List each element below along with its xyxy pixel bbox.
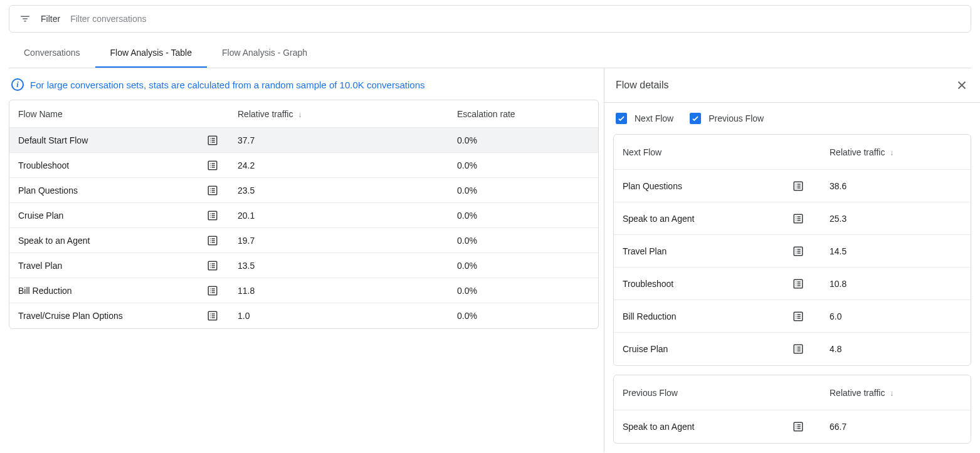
next-flow-table-header: Next Flow Relative traffic ↓ bbox=[614, 135, 971, 170]
previous-flow-table: Previous Flow Relative traffic ↓ Speak t… bbox=[613, 375, 971, 444]
escalation-cell: 0.0% bbox=[457, 211, 589, 221]
table-row[interactable]: Travel Plan13.50.0% bbox=[9, 253, 598, 278]
close-button[interactable] bbox=[955, 78, 969, 92]
list-icon[interactable] bbox=[792, 278, 804, 290]
table-row[interactable]: Troubleshoot24.20.0% bbox=[9, 153, 598, 178]
escalation-cell: 0.0% bbox=[457, 261, 589, 271]
list-icon[interactable] bbox=[206, 209, 219, 222]
flow-name-cell: Travel Plan bbox=[623, 246, 792, 256]
filter-label: Filter bbox=[41, 14, 60, 24]
flow-name-cell: Travel/Cruise Plan Options bbox=[18, 311, 206, 321]
next-flow-col-name[interactable]: Next Flow bbox=[623, 147, 792, 157]
escalation-cell: 0.0% bbox=[457, 286, 589, 296]
traffic-cell: 10.8 bbox=[830, 279, 962, 289]
next-flow-table: Next Flow Relative traffic ↓ Plan Questi… bbox=[613, 134, 971, 366]
traffic-cell: 6.0 bbox=[830, 311, 962, 321]
list-icon[interactable] bbox=[792, 343, 804, 355]
escalation-cell: 0.0% bbox=[457, 160, 589, 170]
list-icon[interactable] bbox=[792, 310, 804, 323]
flow-name-cell: Bill Reduction bbox=[18, 286, 206, 296]
table-row[interactable]: Default Start Flow37.70.0% bbox=[9, 128, 598, 153]
col-escalation-rate[interactable]: Escalation rate bbox=[457, 109, 589, 119]
info-icon: i bbox=[11, 78, 24, 91]
table-row[interactable]: Bill Reduction11.80.0% bbox=[9, 278, 598, 303]
list-icon[interactable] bbox=[206, 259, 219, 272]
tabs: Conversations Flow Analysis - Table Flow… bbox=[9, 33, 971, 68]
list-icon[interactable] bbox=[792, 245, 804, 258]
table-row[interactable]: Travel Plan14.5 bbox=[614, 235, 971, 268]
filter-input[interactable] bbox=[70, 14, 961, 24]
sort-desc-icon: ↓ bbox=[890, 148, 893, 157]
list-icon[interactable] bbox=[206, 310, 219, 322]
traffic-cell: 1.0 bbox=[238, 311, 457, 321]
previous-flow-table-header: Previous Flow Relative traffic ↓ bbox=[614, 375, 971, 410]
traffic-cell: 4.8 bbox=[830, 344, 962, 354]
sort-desc-icon: ↓ bbox=[298, 110, 302, 119]
previous-flow-checkbox[interactable] bbox=[690, 113, 701, 124]
previous-flow-col-name[interactable]: Previous Flow bbox=[623, 388, 792, 398]
list-icon[interactable] bbox=[792, 212, 804, 225]
list-icon[interactable] bbox=[792, 180, 804, 192]
next-flow-col-traffic[interactable]: Relative traffic ↓ bbox=[830, 147, 962, 157]
table-row[interactable]: Troubleshoot10.8 bbox=[614, 268, 971, 300]
tab-flow-analysis-graph[interactable]: Flow Analysis - Graph bbox=[207, 39, 322, 68]
table-row[interactable]: Cruise Plan4.8 bbox=[614, 333, 971, 365]
traffic-cell: 11.8 bbox=[238, 286, 457, 296]
info-banner: i For large conversation sets, stats are… bbox=[9, 68, 599, 100]
next-flow-checkbox[interactable] bbox=[616, 113, 627, 124]
filter-icon bbox=[19, 13, 31, 24]
list-icon[interactable] bbox=[206, 159, 219, 172]
table-row[interactable]: Bill Reduction6.0 bbox=[614, 300, 971, 333]
traffic-cell: 25.3 bbox=[830, 214, 962, 224]
flow-name-cell: Bill Reduction bbox=[623, 311, 792, 321]
previous-flow-col-traffic[interactable]: Relative traffic ↓ bbox=[830, 388, 962, 398]
traffic-cell: 66.7 bbox=[830, 422, 962, 432]
table-row[interactable]: Speak to an Agent25.3 bbox=[614, 202, 971, 235]
info-banner-text: For large conversation sets, stats are c… bbox=[30, 80, 424, 90]
traffic-cell: 37.7 bbox=[238, 135, 457, 145]
flow-name-cell: Speak to an Agent bbox=[623, 422, 792, 432]
table-row[interactable]: Speak to an Agent66.7 bbox=[614, 410, 971, 443]
flow-name-cell: Travel Plan bbox=[18, 261, 206, 271]
next-flow-col-traffic-label: Relative traffic bbox=[830, 147, 885, 157]
list-icon[interactable] bbox=[206, 184, 219, 197]
col-flow-name[interactable]: Flow Name bbox=[18, 109, 206, 119]
list-icon[interactable] bbox=[206, 284, 219, 297]
traffic-cell: 20.1 bbox=[238, 211, 457, 221]
traffic-cell: 24.2 bbox=[238, 160, 457, 170]
sort-desc-icon: ↓ bbox=[890, 389, 893, 398]
list-icon[interactable] bbox=[206, 234, 219, 247]
flow-table-header: Flow Name Relative traffic ↓ Escalation … bbox=[9, 100, 598, 128]
flow-name-cell: Speak to an Agent bbox=[623, 214, 792, 224]
tab-flow-analysis-table[interactable]: Flow Analysis - Table bbox=[95, 39, 207, 68]
flow-details-header: Flow details bbox=[604, 68, 980, 103]
flow-name-cell: Speak to an Agent bbox=[18, 236, 206, 246]
traffic-cell: 14.5 bbox=[830, 246, 962, 256]
checkbox-row: Next Flow Previous Flow bbox=[604, 103, 980, 130]
list-icon[interactable] bbox=[792, 420, 804, 433]
tab-conversations[interactable]: Conversations bbox=[9, 39, 95, 68]
flow-name-cell: Cruise Plan bbox=[623, 344, 792, 354]
traffic-cell: 23.5 bbox=[238, 185, 457, 195]
previous-flow-col-traffic-label: Relative traffic bbox=[830, 388, 885, 398]
col-relative-traffic[interactable]: Relative traffic ↓ bbox=[238, 109, 457, 119]
table-row[interactable]: Plan Questions23.50.0% bbox=[9, 178, 598, 203]
col-relative-traffic-label: Relative traffic bbox=[238, 109, 293, 119]
table-row[interactable]: Speak to an Agent19.70.0% bbox=[9, 228, 598, 253]
flow-name-cell: Cruise Plan bbox=[18, 211, 206, 221]
filter-bar: Filter bbox=[9, 5, 971, 33]
flow-name-cell: Plan Questions bbox=[18, 185, 206, 195]
table-row[interactable]: Plan Questions38.6 bbox=[614, 170, 971, 202]
escalation-cell: 0.0% bbox=[457, 236, 589, 246]
flow-table: Flow Name Relative traffic ↓ Escalation … bbox=[9, 100, 599, 329]
flow-name-cell: Plan Questions bbox=[623, 181, 792, 191]
flow-name-cell: Troubleshoot bbox=[623, 279, 792, 289]
table-row[interactable]: Travel/Cruise Plan Options1.00.0% bbox=[9, 303, 598, 328]
list-icon[interactable] bbox=[206, 134, 219, 147]
flow-details-title: Flow details bbox=[616, 80, 668, 91]
traffic-cell: 19.7 bbox=[238, 236, 457, 246]
main-panel: i For large conversation sets, stats are… bbox=[0, 68, 599, 329]
escalation-cell: 0.0% bbox=[457, 185, 589, 195]
table-row[interactable]: Cruise Plan20.10.0% bbox=[9, 203, 598, 228]
traffic-cell: 13.5 bbox=[238, 261, 457, 271]
